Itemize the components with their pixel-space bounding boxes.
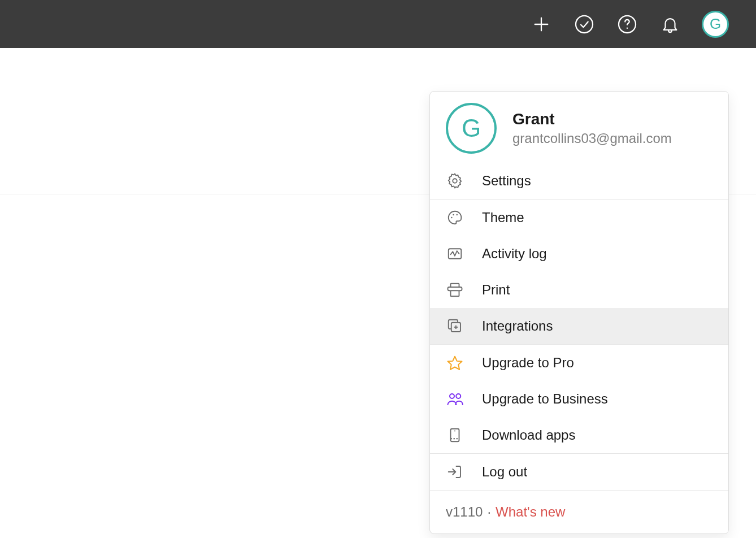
menu-item-activity-log[interactable]: Activity log (430, 236, 728, 272)
plus-icon (532, 15, 551, 34)
integrations-icon (446, 317, 464, 335)
add-button[interactable] (530, 13, 553, 36)
menu-label: Print (482, 282, 510, 298)
svg-marker-15 (448, 357, 462, 370)
menu-label: Settings (482, 173, 531, 189)
logout-icon (446, 463, 464, 481)
svg-point-4 (627, 27, 628, 28)
svg-point-17 (456, 394, 460, 398)
team-icon (446, 390, 464, 408)
svg-point-7 (453, 214, 454, 216)
notifications-button[interactable] (659, 13, 681, 36)
star-icon (446, 354, 464, 372)
help-button[interactable] (616, 13, 638, 36)
content-area: G Grant grantcollins03@gmail.com Setting… (0, 48, 756, 538)
svg-point-20 (454, 431, 455, 432)
menu-label: Download apps (482, 427, 575, 443)
menu-item-settings[interactable]: Settings (430, 163, 728, 199)
menu-label: Theme (482, 210, 524, 225)
menu-item-upgrade-pro[interactable]: Upgrade to Pro (430, 345, 728, 381)
avatar: G (446, 103, 497, 154)
whats-new-link[interactable]: What's new (496, 504, 565, 520)
avatar-initial-large: G (462, 114, 481, 142)
separator: · (487, 504, 491, 520)
activity-icon (446, 245, 464, 263)
top-bar: G (0, 0, 756, 48)
svg-point-2 (576, 16, 593, 33)
account-dropdown: G Grant grantcollins03@gmail.com Setting… (429, 91, 729, 534)
menu-item-theme[interactable]: Theme (430, 199, 728, 236)
print-icon (446, 281, 464, 299)
avatar-initial: G (710, 15, 721, 33)
profile-row[interactable]: G Grant grantcollins03@gmail.com (430, 92, 728, 163)
profile-name: Grant (512, 110, 672, 128)
menu-item-log-out[interactable]: Log out (430, 454, 728, 490)
bell-icon (661, 15, 680, 34)
menu-label: Activity log (482, 246, 547, 262)
menu-label: Integrations (482, 318, 553, 334)
menu-label: Upgrade to Pro (482, 355, 574, 371)
check-circle-icon (574, 14, 594, 34)
svg-rect-11 (451, 290, 459, 296)
svg-point-6 (451, 217, 453, 219)
version-label: v1110 (446, 504, 483, 520)
menu-item-integrations[interactable]: Integrations (430, 308, 728, 344)
profile-email: grantcollins03@gmail.com (512, 131, 672, 146)
svg-point-8 (457, 214, 458, 216)
account-avatar-button[interactable]: G (702, 11, 729, 38)
completed-tasks-button[interactable] (573, 13, 596, 36)
menu-label: Log out (482, 464, 527, 480)
help-circle-icon (617, 14, 637, 34)
svg-point-16 (450, 394, 454, 398)
menu-label: Upgrade to Business (482, 391, 608, 407)
gear-icon (446, 172, 464, 190)
menu-item-print[interactable]: Print (430, 272, 728, 308)
device-icon (446, 426, 464, 444)
profile-text: Grant grantcollins03@gmail.com (512, 110, 672, 146)
menu-item-upgrade-business[interactable]: Upgrade to Business (430, 381, 728, 417)
svg-point-5 (453, 179, 457, 183)
dropdown-footer: v1110 · What's new (430, 491, 728, 533)
menu-item-download-apps[interactable]: Download apps (430, 417, 728, 453)
palette-icon (446, 209, 464, 227)
